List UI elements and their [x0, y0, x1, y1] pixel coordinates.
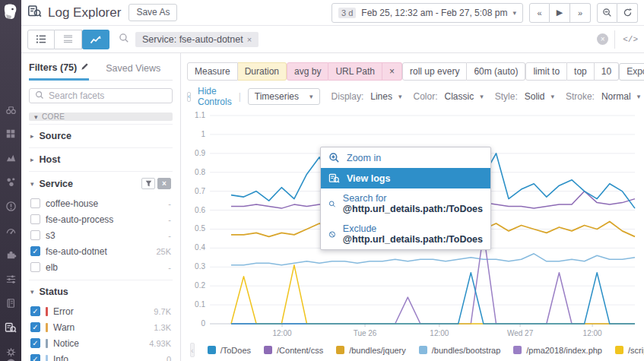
chevron-down-icon: ▾: [30, 180, 34, 188]
facet-checkbox[interactable]: ✓: [30, 246, 40, 256]
facet-count: -: [168, 199, 171, 208]
stroke-select[interactable]: Normal▾: [601, 91, 640, 102]
status-color-bar: [46, 339, 48, 348]
facet-search-input[interactable]: [49, 90, 167, 101]
facet-count: -: [168, 263, 171, 272]
query-search-input[interactable]: Service: fse-auto-dotnet× ×: [119, 29, 608, 50]
legend-item[interactable]: /bundles/bootstrap: [419, 346, 501, 355]
facet-count: -: [168, 215, 171, 224]
legend-prev-button[interactable]: ‹: [190, 343, 195, 357]
timeseries-view-button[interactable]: [82, 30, 109, 49]
tab-saved-views[interactable]: Saved Views: [106, 62, 160, 80]
facet-checkbox[interactable]: ✓: [30, 322, 40, 332]
code-mode-toggle[interactable]: </>: [614, 30, 638, 49]
zoom-out-button[interactable]: [597, 3, 617, 23]
query-chip[interactable]: top: [567, 62, 595, 81]
synthetics-gauge-icon[interactable]: [5, 225, 17, 236]
facet-checkbox[interactable]: ✓: [30, 338, 40, 348]
legend-label: /bundles/jquery: [349, 346, 406, 355]
legend-item[interactable]: /ToDoes: [208, 346, 251, 355]
display-select[interactable]: Lines▾: [370, 91, 401, 102]
menu-item-exclude[interactable]: Exclude @http.url_details.path:/ToDoes: [321, 219, 490, 249]
query-chip[interactable]: limit to: [525, 62, 567, 81]
query-chip[interactable]: ×: [382, 62, 402, 81]
facet-filter-button[interactable]: [141, 178, 155, 189]
color-select[interactable]: Classic▾: [445, 91, 484, 102]
chip-group: avg byURL Path×: [287, 62, 402, 81]
notebooks-icon[interactable]: [5, 298, 16, 309]
facet-count: -: [168, 231, 171, 240]
facet-checkbox[interactable]: ✓: [30, 306, 40, 316]
tag-remove-icon[interactable]: ×: [247, 35, 252, 44]
tab-filters[interactable]: Filters (75): [29, 62, 89, 81]
facet-checkbox[interactable]: [30, 262, 40, 272]
apm-icon[interactable]: [5, 176, 17, 188]
edit-pencil-icon[interactable]: [81, 62, 89, 73]
facet-row-service: coffee-house-: [30, 195, 171, 211]
facet-group-source[interactable]: ▸ Source: [29, 124, 173, 147]
legend-label: /scripts/samples/sea: [628, 346, 644, 355]
time-play-button[interactable]: ▶: [550, 3, 570, 23]
grouped-view-button[interactable]: [55, 30, 82, 49]
hide-controls-link[interactable]: Hide Controls: [198, 86, 232, 107]
facet-group-service[interactable]: ▾ Service ×: [29, 171, 173, 195]
query-chip[interactable]: Duration: [238, 62, 287, 81]
query-chip[interactable]: roll up every: [402, 62, 467, 81]
menu-item-search-for[interactable]: Search for @http.url_details.path:/ToDoe…: [321, 188, 490, 219]
collapse-controls-icon[interactable]: ‹: [187, 92, 191, 102]
facet-label: fse-auto-dotnet: [46, 246, 107, 257]
facet-checkbox[interactable]: [30, 214, 40, 224]
section-core[interactable]: ▾ CORE: [29, 112, 173, 121]
monitors-icon[interactable]: [5, 201, 17, 212]
color-label: Color:: [413, 91, 437, 102]
legend-item[interactable]: /scripts/samples/sea: [615, 346, 644, 355]
status-facet-list: ✓Error9.7K✓Warn1.3K✓Notice4.93K✓Info0✓Ok…: [29, 303, 173, 361]
time-forward-button[interactable]: »: [570, 3, 591, 23]
facet-group-host[interactable]: ▸ Host: [29, 147, 173, 171]
legend-item[interactable]: /bundles/jquery: [336, 346, 406, 355]
facet-clear-button[interactable]: ×: [157, 178, 171, 189]
legend-swatch: [615, 346, 623, 354]
query-chip[interactable]: avg by: [287, 62, 328, 81]
facet-checkbox[interactable]: [30, 198, 40, 208]
list-view-button[interactable]: [27, 30, 55, 49]
timeseries-chart[interactable]: 00.10.20.30.40.50.60.70.80.911.112:00Tue…: [187, 108, 638, 340]
menu-item-zoom-in[interactable]: Zoom in: [321, 147, 490, 168]
dashboards-icon[interactable]: [5, 128, 16, 139]
legend-item[interactable]: /Content/css: [264, 346, 323, 355]
menu-item-view-logs[interactable]: View logs: [321, 168, 490, 188]
legend-swatch: [336, 346, 344, 354]
query-chip[interactable]: 10: [595, 62, 619, 81]
legend-item[interactable]: /pma2018/index.php: [513, 346, 602, 355]
series-/bundles/bootstrap: [231, 254, 635, 265]
facet-checkbox[interactable]: [30, 230, 40, 240]
main-content: MeasureDurationavg byURL Path×roll up ev…: [181, 53, 644, 361]
facet-search-box[interactable]: [29, 88, 173, 103]
facet-checkbox[interactable]: ✓: [30, 354, 40, 361]
legend-label: /ToDoes: [220, 346, 251, 355]
caret-down-icon: ▾: [309, 93, 313, 100]
facet-group-status[interactable]: ▾ Status: [29, 280, 173, 303]
style-select[interactable]: Solid▾: [525, 91, 554, 102]
graph-type-select[interactable]: Timeseries▾: [248, 88, 320, 105]
integrations-icon[interactable]: [5, 249, 17, 261]
watchdog-icon[interactable]: [5, 104, 17, 116]
query-chip[interactable]: Measure: [187, 62, 238, 81]
time-back-button[interactable]: «: [529, 3, 550, 23]
service-filter-tag[interactable]: Service: fse-auto-dotnet×: [135, 32, 259, 47]
help-icon[interactable]: ?: [5, 358, 17, 361]
time-range-picker[interactable]: 3 d Feb 25, 12:32 am - Feb 27, 5:08 pm ▾: [332, 3, 523, 23]
datadog-logo-icon[interactable]: [3, 4, 18, 21]
refresh-button[interactable]: [617, 3, 638, 23]
query-chip[interactable]: 60m (auto): [467, 62, 525, 81]
save-as-button[interactable]: Save As: [128, 4, 177, 21]
export-button[interactable]: Export: [619, 63, 644, 81]
settings-gear-icon[interactable]: [5, 347, 17, 358]
svg-text:12:00: 12:00: [273, 329, 292, 337]
clear-search-icon[interactable]: ×: [597, 33, 608, 45]
logs-icon-active[interactable]: [5, 321, 17, 334]
metrics-icon[interactable]: [5, 274, 17, 285]
graph-controls-row: ‹ Hide Controls | Timeseries▾ Display: L…: [187, 88, 638, 105]
query-chip[interactable]: URL Path: [328, 62, 382, 81]
infrastructure-icon[interactable]: [5, 152, 17, 163]
